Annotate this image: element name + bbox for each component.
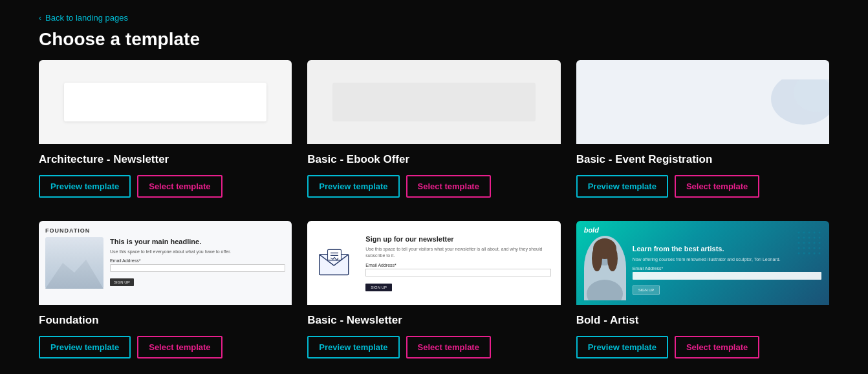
preview-button-event[interactable]: Preview template <box>576 175 668 198</box>
foundation-mountain-graphic <box>45 256 103 289</box>
bold-title: Learn from the best artists. <box>633 244 821 253</box>
bold-dots-decoration <box>797 231 823 256</box>
newsletter-email-label: Email Address* <box>365 263 550 267</box>
newsletter-title: Sign up for our newsletter <box>365 234 550 244</box>
template-card-ebook: Basic - Ebook Offer Preview template Sel… <box>307 60 560 205</box>
foundation-subtext: Use this space to tell everyone about wh… <box>110 249 285 255</box>
header: ‹ Back to landing pages Choose a templat… <box>0 0 868 60</box>
select-button-newsletter[interactable]: Select template <box>406 336 491 358</box>
newsletter-email-input <box>365 269 550 276</box>
bold-content: Learn from the best artists. Now offerin… <box>633 244 821 295</box>
foundation-content: This is your main headline. Use this spa… <box>45 237 285 289</box>
template-card-architecture: Architecture - Newsletter Preview templa… <box>39 60 292 205</box>
svg-point-13 <box>592 245 602 271</box>
template-preview-bold: bold Lea <box>576 221 829 305</box>
template-name-event: Basic - Event Registration <box>576 153 829 166</box>
template-actions-ebook: Preview template Select template <box>307 175 560 198</box>
select-button-event[interactable]: Select template <box>675 175 759 198</box>
foundation-image <box>45 237 103 289</box>
template-preview-ebook <box>307 60 560 144</box>
foundation-text: This is your main headline. Use this spa… <box>110 237 285 286</box>
page-title: Choose a template <box>39 29 829 50</box>
select-button-ebook[interactable]: Select template <box>406 175 491 198</box>
back-link-label: Back to landing pages <box>45 13 128 23</box>
bold-brand-label: bold <box>584 226 599 234</box>
select-button-bold[interactable]: Select template <box>675 336 759 358</box>
template-name-ebook: Basic - Ebook Offer <box>307 153 560 166</box>
template-info-architecture: Architecture - Newsletter Preview templa… <box>39 144 292 205</box>
svg-rect-4 <box>328 249 342 260</box>
svg-rect-8 <box>797 231 823 256</box>
envelope-icon <box>317 247 356 279</box>
template-name-foundation: Foundation <box>39 314 292 327</box>
foundation-email-input <box>110 264 285 272</box>
chevron-left-icon: ‹ <box>39 14 41 23</box>
foundation-headline: This is your main headline. <box>110 237 285 246</box>
template-actions-newsletter: Preview template Select template <box>307 336 560 358</box>
template-info-bold: Bold - Artist Preview template Select te… <box>576 305 829 366</box>
template-card-newsletter: Sign up for our newsletter Use this spac… <box>307 221 560 366</box>
template-info-newsletter: Basic - Newsletter Preview template Sele… <box>307 305 560 366</box>
preview-button-foundation[interactable]: Preview template <box>39 336 131 358</box>
bold-email-label: Email Address* <box>633 266 821 271</box>
bold-signup-btn: SIGN UP <box>633 286 660 295</box>
template-preview-foundation: FOUNDATION This is your main headline. U… <box>39 221 292 305</box>
template-card-event: Basic - Event Registration Preview templ… <box>576 60 829 205</box>
preview-button-architecture[interactable]: Preview template <box>39 175 131 198</box>
template-card-foundation: FOUNDATION This is your main headline. U… <box>39 221 292 366</box>
select-button-foundation[interactable]: Select template <box>137 336 222 358</box>
bold-person-photo <box>584 236 626 300</box>
newsletter-signup-btn: SIGN UP <box>365 284 392 291</box>
select-button-architecture[interactable]: Select template <box>137 175 222 198</box>
event-graphic <box>700 79 829 144</box>
svg-point-14 <box>607 245 618 271</box>
templates-grid: Architecture - Newsletter Preview templa… <box>0 60 868 374</box>
template-name-bold: Bold - Artist <box>576 314 829 327</box>
foundation-email-label: Email Address* <box>110 258 285 263</box>
newsletter-text-area: Sign up for our newsletter Use this spac… <box>365 234 550 291</box>
newsletter-subtext: Use this space to tell your visitors wha… <box>365 246 550 259</box>
foundation-signup-btn: SIGN UP <box>110 278 134 286</box>
template-preview-newsletter: Sign up for our newsletter Use this spac… <box>307 221 560 305</box>
template-info-ebook: Basic - Ebook Offer Preview template Sel… <box>307 144 560 205</box>
preview-button-newsletter[interactable]: Preview template <box>307 336 399 358</box>
bold-email-input <box>633 272 821 280</box>
template-actions-bold: Preview template Select template <box>576 336 829 358</box>
template-card-bold: bold Lea <box>576 221 829 366</box>
template-preview-event <box>576 60 829 144</box>
template-actions-foundation: Preview template Select template <box>39 336 292 358</box>
preview-button-ebook[interactable]: Preview template <box>307 175 399 198</box>
template-name-newsletter: Basic - Newsletter <box>307 314 560 327</box>
template-actions-event: Preview template Select template <box>576 175 829 198</box>
template-preview-architecture <box>39 60 292 144</box>
preview-button-bold[interactable]: Preview template <box>576 336 668 358</box>
template-info-foundation: Foundation Preview template Select templ… <box>39 305 292 366</box>
template-info-event: Basic - Event Registration Preview templ… <box>576 144 829 205</box>
template-actions-architecture: Preview template Select template <box>39 175 292 198</box>
template-name-architecture: Architecture - Newsletter <box>39 153 292 166</box>
back-link[interactable]: ‹ Back to landing pages <box>39 13 829 23</box>
bold-subtext: Now offering courses from renowned illus… <box>633 256 821 263</box>
foundation-brand-label: FOUNDATION <box>45 227 285 234</box>
